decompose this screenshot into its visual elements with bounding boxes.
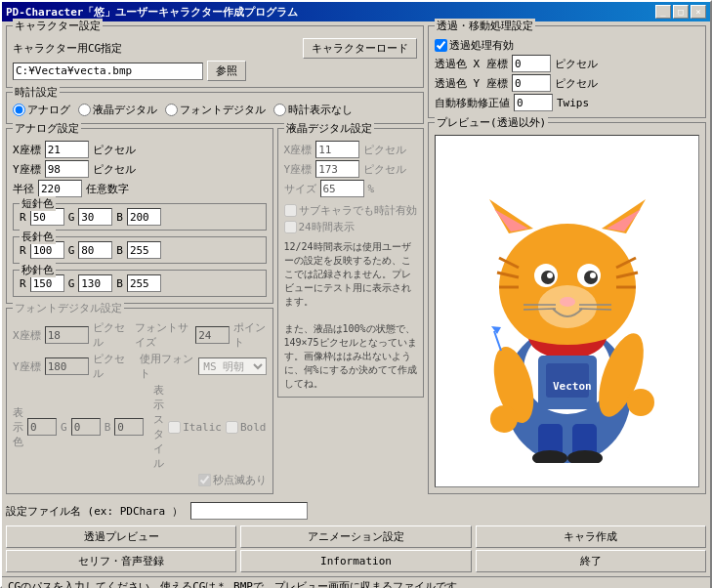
second-hand-title: 秒針色 bbox=[20, 263, 56, 277]
analog-x-input[interactable] bbox=[45, 141, 89, 158]
file-settings-area: 設定ファイル名 (ex: PDChara ） bbox=[2, 498, 710, 524]
svg-point-32 bbox=[627, 389, 654, 416]
font-r-input[interactable] bbox=[27, 418, 57, 436]
create-character-button[interactable]: キャラ作成 bbox=[476, 525, 706, 548]
long-b-label: B bbox=[116, 244, 123, 257]
long-hand-title: 長針色 bbox=[20, 230, 56, 244]
cg-label: キャラクター用CG指定 bbox=[13, 41, 122, 56]
lcd-x-input[interactable] bbox=[315, 141, 359, 158]
file-name-input[interactable] bbox=[190, 502, 308, 520]
font-y-input[interactable] bbox=[45, 357, 89, 375]
character-settings-group: キャラクター設定 キャラクター用CG指定 キャラクターロード 参照 bbox=[6, 25, 424, 88]
second-b-label: B bbox=[116, 277, 123, 290]
long-b-input[interactable] bbox=[127, 241, 161, 259]
svg-point-21 bbox=[538, 285, 597, 328]
font-size-input[interactable] bbox=[195, 326, 230, 344]
exit-button[interactable]: 終了 bbox=[476, 550, 706, 572]
bottom-row-1: 透過プレビュー アニメーション設定 キャラ作成 bbox=[6, 525, 706, 548]
font-seconds-option[interactable]: 秒点滅あり bbox=[198, 473, 267, 487]
preview-title: プレビュー(透過以外) bbox=[435, 115, 548, 130]
clock-analog-option[interactable]: アナログ bbox=[13, 103, 70, 117]
lcd-subchar-option[interactable]: サブキャラでも時計有効 bbox=[284, 203, 417, 218]
transparency-title: 透過・移動処理設定 bbox=[435, 19, 535, 33]
analog-x-label: X座標 bbox=[13, 143, 41, 157]
lcd-size-unit: % bbox=[368, 183, 375, 195]
analog-y-input[interactable] bbox=[45, 160, 89, 178]
transparency-enabled-option[interactable]: 透過処理有効 bbox=[435, 38, 514, 53]
bottom-buttons-area: 透過プレビュー アニメーション設定 キャラ作成 セリフ・音声登録 Informa… bbox=[2, 524, 710, 576]
analog-x-unit: ピクセル bbox=[93, 143, 136, 157]
font-b-input[interactable] bbox=[114, 418, 144, 436]
lcd-size-label: サイズ bbox=[284, 182, 316, 196]
analog-r-input[interactable] bbox=[38, 180, 82, 197]
font-x-input[interactable] bbox=[45, 326, 89, 344]
analog-settings-group: アナログ設定 X座標 ピクセル Y座標 ピクセル 半径 bbox=[6, 128, 273, 304]
second-b-input[interactable] bbox=[127, 274, 161, 292]
font-y-unit: ピクセル bbox=[93, 352, 130, 381]
font-italic-option[interactable]: Italic bbox=[168, 421, 222, 434]
svg-line-25 bbox=[579, 309, 611, 310]
svg-point-19 bbox=[590, 273, 596, 278]
clock-font-option[interactable]: フォントデジタル bbox=[165, 103, 266, 117]
font-digital-group: フォントデジタル設定 X座標 ピクセル フォントサイズ ポイント Y座標 bbox=[6, 308, 273, 494]
lcd-x-unit: ピクセル bbox=[363, 143, 406, 157]
browse-button[interactable]: 参照 bbox=[207, 61, 246, 81]
lcd-size-input[interactable] bbox=[320, 180, 364, 197]
preview-area: Vecton bbox=[435, 135, 699, 487]
transparency-preview-button[interactable]: 透過プレビュー bbox=[6, 525, 236, 548]
lcd-y-label: Y座標 bbox=[284, 162, 313, 177]
clock-lcd-option[interactable]: 液晶デジタル bbox=[78, 103, 157, 117]
right-panel: 透過・移動処理設定 透過処理有効 透過色 X 座標 ピクセル 透過色 Y 座標 … bbox=[428, 25, 706, 494]
voice-register-button[interactable]: セリフ・音声登録 bbox=[6, 550, 236, 572]
font-select[interactable]: MS 明朝 bbox=[198, 357, 266, 375]
window-title: PD-Character「悠」ユーザーキャラクター作成プログラム bbox=[6, 5, 298, 20]
long-g-input[interactable] bbox=[78, 241, 112, 259]
svg-text:Vecton: Vecton bbox=[553, 380, 592, 393]
minimize-button[interactable]: _ bbox=[655, 5, 671, 19]
short-hand-title: 短針色 bbox=[20, 196, 56, 211]
lcd-24h-option[interactable]: 24時間表示 bbox=[284, 220, 355, 234]
font-g-input[interactable] bbox=[71, 418, 101, 436]
trans-y-unit: ピクセル bbox=[555, 76, 598, 91]
short-b-label: B bbox=[116, 211, 123, 224]
svg-point-31 bbox=[490, 405, 518, 433]
status-bar: CGのパスを入力してください。使えるCGは＊.BMPで、プレビュー画面に収まるフ… bbox=[2, 576, 710, 588]
clock-settings-group: 時計設定 アナログ 液晶デジタル フォントデジタル 時計表示なし bbox=[6, 92, 424, 124]
cg-path-input[interactable] bbox=[13, 63, 203, 80]
short-g-input[interactable] bbox=[78, 208, 112, 226]
short-r-label: R bbox=[20, 211, 26, 224]
title-bar: PD-Character「悠」ユーザーキャラクター作成プログラム _ □ × bbox=[2, 2, 710, 21]
font-face-label: 使用フォント bbox=[140, 352, 195, 381]
analog-y-unit: ピクセル bbox=[93, 162, 136, 177]
font-x-label: X座標 bbox=[13, 328, 41, 343]
file-name-row: 設定ファイル名 (ex: PDChara ） bbox=[6, 502, 706, 520]
close-button[interactable]: × bbox=[691, 5, 706, 19]
long-g-label: G bbox=[68, 244, 75, 257]
bottom-row-2: セリフ・音声登録 Information 終了 bbox=[6, 550, 706, 572]
second-g-input[interactable] bbox=[78, 274, 112, 292]
status-text: CGのパスを入力してください。使えるCGは＊.BMPで、プレビュー画面に収まるフ… bbox=[8, 580, 468, 588]
information-button[interactable]: Information bbox=[240, 550, 471, 572]
animation-settings-button[interactable]: アニメーション設定 bbox=[240, 525, 471, 548]
preview-group: プレビュー(透過以外) bbox=[428, 122, 706, 494]
short-b-input[interactable] bbox=[127, 208, 161, 226]
maximize-button[interactable]: □ bbox=[673, 5, 689, 19]
auto-move-input[interactable] bbox=[514, 94, 553, 111]
auto-move-label: 自動移動修正値 bbox=[435, 96, 510, 110]
trans-x-input[interactable] bbox=[512, 55, 551, 72]
trans-y-input[interactable] bbox=[512, 74, 551, 92]
transparency-group: 透過・移動処理設定 透過処理有効 透過色 X 座標 ピクセル 透過色 Y 座標 … bbox=[428, 25, 706, 118]
long-r-label: R bbox=[20, 244, 26, 257]
clock-none-option[interactable]: 時計表示なし bbox=[273, 103, 353, 117]
main-window: PD-Character「悠」ユーザーキャラクター作成プログラム _ □ × キ… bbox=[0, 0, 712, 588]
analog-r-unit: 任意数字 bbox=[86, 182, 129, 196]
file-name-label: 設定ファイル名 (ex: PDChara ） bbox=[6, 504, 183, 519]
second-g-label: G bbox=[68, 277, 75, 290]
short-g-label: G bbox=[68, 211, 75, 224]
font-bold-option[interactable]: Bold bbox=[226, 421, 267, 434]
load-character-button[interactable]: キャラクターロード bbox=[303, 38, 417, 59]
lcd-settings-group: 液晶デジタル設定 X座標 ピクセル Y座標 ピクセル サイズ bbox=[277, 128, 425, 398]
lcd-y-input[interactable] bbox=[315, 160, 359, 178]
trans-y-label: 透過色 Y 座標 bbox=[435, 76, 508, 91]
main-content: キャラクター設定 キャラクター用CG指定 キャラクターロード 参照 時計設定 ア… bbox=[2, 21, 710, 498]
